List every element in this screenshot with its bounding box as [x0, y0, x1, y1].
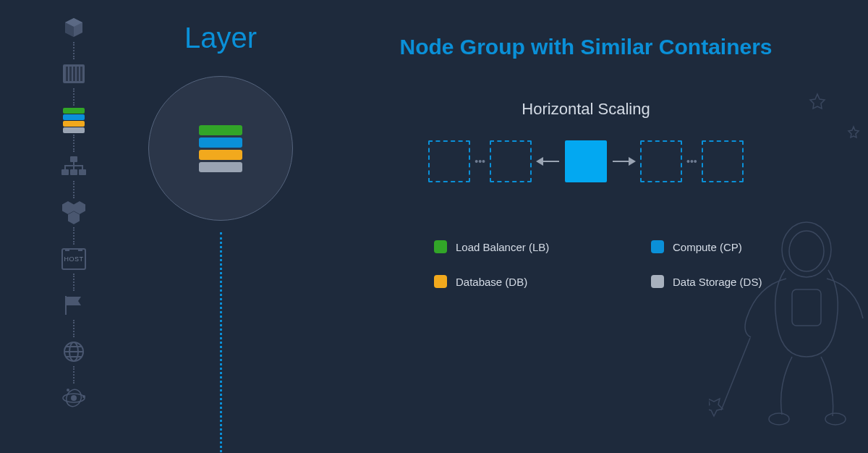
scaling-title: Horizontal Scaling: [347, 100, 825, 119]
rail-item-cube[interactable]: [59, 13, 88, 42]
layer-stripe-grey: [63, 127, 85, 133]
svg-point-17: [67, 389, 69, 391]
layer-circle: [148, 76, 293, 221]
svg-rect-4: [77, 67, 79, 81]
legend-item-cp: Compute (CP): [651, 240, 825, 253]
rail-divider: [73, 227, 75, 245]
cube-icon: [62, 16, 85, 39]
legend-label: Database (DB): [456, 276, 527, 288]
stack-bar-blue: [199, 137, 242, 148]
host-icon: HOST: [61, 248, 86, 270]
layer-stack-icon: [199, 124, 242, 173]
scaling-node-placeholder: [640, 140, 682, 182]
rail-item-orbit[interactable]: [59, 384, 88, 412]
topology-icon: [61, 156, 86, 177]
legend-item-db: Database (DB): [434, 275, 608, 288]
legend-label: Load Balancer (LB): [456, 241, 549, 253]
scaling-node-placeholder: [490, 140, 532, 182]
stack-bar-green: [199, 125, 242, 135]
rail-item-layer-active[interactable]: [59, 106, 88, 135]
rail-item-cluster[interactable]: [59, 198, 88, 227]
svg-rect-6: [70, 156, 77, 162]
rail-item-globe[interactable]: [59, 337, 88, 366]
legend: Load Balancer (LB) Compute (CP) Database…: [347, 240, 825, 288]
svg-rect-8: [70, 169, 77, 175]
swatch-blue: [651, 240, 664, 253]
layer-stripe-green: [63, 108, 85, 114]
rail-divider: [73, 181, 75, 198]
scaling-node-active: [565, 140, 607, 182]
flag-icon: [63, 295, 85, 316]
ellipsis-icon: •••: [470, 156, 490, 167]
stack-bar-orange: [199, 150, 242, 160]
svg-rect-20: [792, 289, 821, 326]
rail-divider: [73, 88, 75, 106]
rail-divider: [73, 320, 75, 337]
layer-title: Layer: [184, 22, 257, 54]
legend-item-ds: Data Storage (DS): [651, 275, 825, 288]
svg-rect-1: [66, 67, 68, 81]
swatch-orange: [434, 275, 447, 288]
container-icon: [63, 64, 85, 83]
host-label: HOST: [64, 255, 83, 263]
arrow-left-icon: [537, 161, 559, 162]
rail-divider: [73, 274, 75, 291]
layer-connector-dots: [220, 232, 222, 453]
legend-label: Compute (CP): [673, 241, 742, 253]
hex-cluster-icon: [61, 201, 86, 224]
svg-rect-3: [73, 67, 75, 81]
scaling-row: ••• •••: [347, 140, 825, 182]
svg-point-13: [71, 395, 77, 401]
scaling-node-placeholder: [702, 140, 744, 182]
scaling-node-placeholder: [428, 140, 470, 182]
svg-point-16: [82, 395, 85, 398]
rail-item-host[interactable]: HOST: [59, 245, 88, 274]
layer-panel: Layer: [123, 22, 318, 453]
svg-rect-5: [80, 67, 82, 81]
rail-divider: [73, 135, 75, 152]
layer-stripe-blue: [63, 114, 85, 120]
stack-bar-grey: [199, 162, 242, 172]
swatch-green: [434, 240, 447, 253]
rail-item-region[interactable]: [59, 291, 88, 320]
rail-divider: [73, 42, 75, 59]
right-title: Node Group with Similar Containers: [347, 35, 825, 59]
svg-point-21: [769, 413, 789, 425]
svg-point-22: [825, 413, 846, 425]
legend-item-lb: Load Balancer (LB): [434, 240, 608, 253]
rail-item-container[interactable]: [59, 59, 88, 88]
globe-icon: [63, 341, 85, 363]
arrow-right-icon: [613, 161, 634, 162]
svg-rect-7: [61, 169, 69, 175]
nav-rail: HOST: [52, 13, 95, 412]
layer-stripe-orange: [63, 121, 85, 127]
rail-divider: [73, 366, 75, 384]
swatch-grey: [651, 275, 664, 288]
ellipsis-icon: •••: [682, 156, 702, 167]
svg-rect-9: [79, 169, 86, 175]
svg-rect-2: [69, 67, 72, 81]
svg-rect-10: [65, 296, 67, 315]
orbit-icon: [61, 387, 86, 409]
rail-item-topology[interactable]: [59, 152, 88, 181]
right-panel: Node Group with Similar Containers Horiz…: [347, 35, 825, 288]
legend-label: Data Storage (DS): [673, 276, 762, 288]
